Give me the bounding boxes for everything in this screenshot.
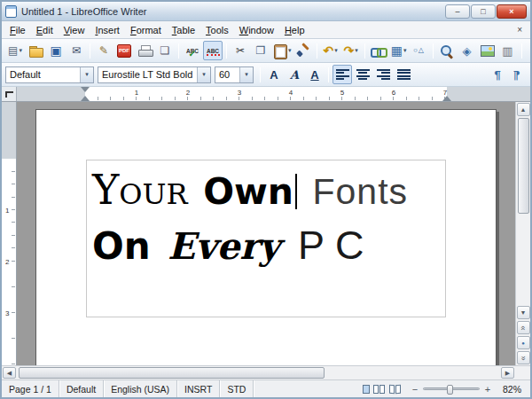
title-bar[interactable]: Untitled 1 - LibreOffice Writer – □ × <box>2 2 530 21</box>
previous-page-button[interactable]: « <box>517 321 530 334</box>
paintbrush-icon <box>295 43 310 59</box>
combo-dropdown-icon[interactable]: ▾ <box>197 67 210 82</box>
combo-dropdown-icon[interactable]: ▾ <box>239 67 253 82</box>
horizontal-scrollbar[interactable]: ◀ ▶ <box>2 365 530 379</box>
dropdown-arrow-icon[interactable]: ▾ <box>403 47 407 54</box>
spelling-button[interactable]: ABC <box>183 41 202 60</box>
menu-tools[interactable]: Tools <box>200 23 234 37</box>
menu-window[interactable]: Window <box>234 23 279 37</box>
word-fonts[interactable]: Fonts <box>313 171 409 212</box>
font-name-combo[interactable]: Eurostile LT Std Bold ▾ <box>98 66 211 83</box>
find-replace-button[interactable] <box>437 41 457 60</box>
word-own[interactable]: Own <box>203 170 293 213</box>
close-document-icon[interactable]: × <box>512 25 528 35</box>
document-line[interactable]: Your Own Fonts <box>92 166 440 214</box>
scroll-up-icon[interactable]: ▲ <box>517 103 530 116</box>
vertical-ruler[interactable]: 1 2 3 <box>2 102 17 365</box>
right-to-left-button[interactable]: ¶ <box>507 65 527 84</box>
document-page[interactable]: Your Own Fonts On Every PC <box>35 109 497 365</box>
horizontal-ruler[interactable]: 1 2 3 4 5 6 7 <box>17 87 530 101</box>
status-language[interactable]: English (USA) <box>104 380 177 397</box>
page-preview-button[interactable]: ❏ <box>155 41 175 60</box>
word-every[interactable]: Every <box>168 225 280 268</box>
zoom-slider[interactable] <box>423 387 480 390</box>
menu-table[interactable]: Table <box>167 23 200 37</box>
tab-stop-selector[interactable] <box>2 87 17 101</box>
menu-format[interactable]: Format <box>125 23 167 37</box>
print-button[interactable] <box>135 41 154 60</box>
formatting-marks-button[interactable]: ¶ <box>526 41 532 60</box>
scroll-left-icon[interactable]: ◀ <box>3 367 16 379</box>
close-button[interactable]: × <box>497 4 527 19</box>
document-area[interactable]: 1 2 3 Your Own Fonts On Every PC ▲ <box>2 102 530 365</box>
dropdown-arrow-icon[interactable]: ▾ <box>288 47 292 54</box>
zoom-out-button[interactable]: − <box>411 384 419 395</box>
dropdown-arrow-icon[interactable]: ▾ <box>19 47 22 54</box>
book-view-button[interactable] <box>389 385 402 394</box>
paste-button[interactable]: ▾ <box>271 41 293 60</box>
underline-button[interactable]: A <box>305 65 325 84</box>
zoom-in-button[interactable]: + <box>483 384 492 395</box>
multi-page-view-button[interactable] <box>373 385 386 394</box>
new-document-button[interactable]: ▤▾ <box>5 41 25 60</box>
zoom-slider-thumb[interactable] <box>447 385 453 395</box>
save-button[interactable]: ▣ <box>46 41 66 60</box>
align-right-button[interactable] <box>373 65 393 84</box>
combo-dropdown-icon[interactable]: ▾ <box>80 67 93 82</box>
navigator-button[interactable]: ◈ <box>458 41 477 60</box>
single-page-view-button[interactable] <box>363 385 370 394</box>
edit-file-button[interactable]: ✎ <box>94 41 113 60</box>
export-pdf-button[interactable]: PDF <box>114 41 134 60</box>
first-line-indent-marker[interactable] <box>81 87 90 92</box>
word-your[interactable]: Your <box>92 166 188 214</box>
status-page-number[interactable]: Page 1 / 1 <box>2 380 59 397</box>
copy-button[interactable]: ❐ <box>251 41 270 60</box>
cut-button[interactable]: ✂ <box>231 41 250 60</box>
left-indent-marker[interactable] <box>81 96 90 101</box>
hyperlink-button[interactable] <box>369 41 388 60</box>
auto-spellcheck-button[interactable]: ABC <box>203 41 223 60</box>
paragraph-style-combo[interactable]: Default ▾ <box>5 66 94 83</box>
draw-functions-button[interactable]: ○△ <box>410 41 429 60</box>
navigation-dot-button[interactable]: ● <box>517 336 530 349</box>
status-selection-mode[interactable]: STD <box>220 380 254 397</box>
italic-button[interactable]: A <box>285 65 304 84</box>
horizontal-scroll-thumb[interactable] <box>19 367 325 379</box>
status-insert-mode[interactable]: INSRT <box>177 380 220 397</box>
align-left-button[interactable] <box>332 65 352 84</box>
left-to-right-button[interactable]: ¶ <box>488 65 507 84</box>
vertical-scrollbar[interactable]: ▲ ▼ « ● « <box>515 102 530 365</box>
word-pc[interactable]: PC <box>298 223 375 268</box>
format-paintbrush-button[interactable] <box>293 41 313 60</box>
email-document-button[interactable]: ✉ <box>66 41 86 60</box>
redo-button[interactable]: ↷▾ <box>341 41 361 60</box>
vertical-scroll-thumb[interactable] <box>518 118 529 214</box>
right-indent-marker[interactable] <box>442 96 451 101</box>
maximize-button[interactable]: □ <box>471 4 496 19</box>
insert-table-button[interactable]: ▦▾ <box>389 41 409 60</box>
word-on[interactable]: On <box>92 224 151 268</box>
scroll-right-icon[interactable]: ▶ <box>501 367 514 379</box>
bold-button[interactable]: A <box>264 65 284 84</box>
status-page-style[interactable]: Default <box>59 380 104 397</box>
undo-button[interactable]: ↶▾ <box>321 41 340 60</box>
menu-file[interactable]: File <box>4 23 31 37</box>
data-sources-button[interactable]: ▥ <box>498 41 518 60</box>
align-center-button[interactable] <box>353 65 372 84</box>
menu-help[interactable]: Help <box>279 23 310 37</box>
zoom-percent[interactable]: 82% <box>496 380 530 397</box>
gallery-button[interactable] <box>478 41 497 60</box>
dropdown-arrow-icon[interactable]: ▾ <box>355 47 358 54</box>
next-page-button[interactable]: « <box>517 351 530 364</box>
open-button[interactable] <box>26 41 45 60</box>
minimize-button[interactable]: – <box>445 4 470 19</box>
menu-edit[interactable]: Edit <box>31 23 59 37</box>
document-line[interactable]: On Every PC <box>92 223 440 269</box>
horizontal-scroll-track[interactable] <box>17 367 500 379</box>
scroll-down-icon[interactable]: ▼ <box>517 306 530 319</box>
menu-insert[interactable]: Insert <box>90 23 125 37</box>
menu-view[interactable]: View <box>59 23 90 37</box>
justify-button[interactable] <box>394 65 413 84</box>
font-size-combo[interactable]: 60 ▾ <box>215 66 254 83</box>
dropdown-arrow-icon[interactable]: ▾ <box>334 47 338 54</box>
